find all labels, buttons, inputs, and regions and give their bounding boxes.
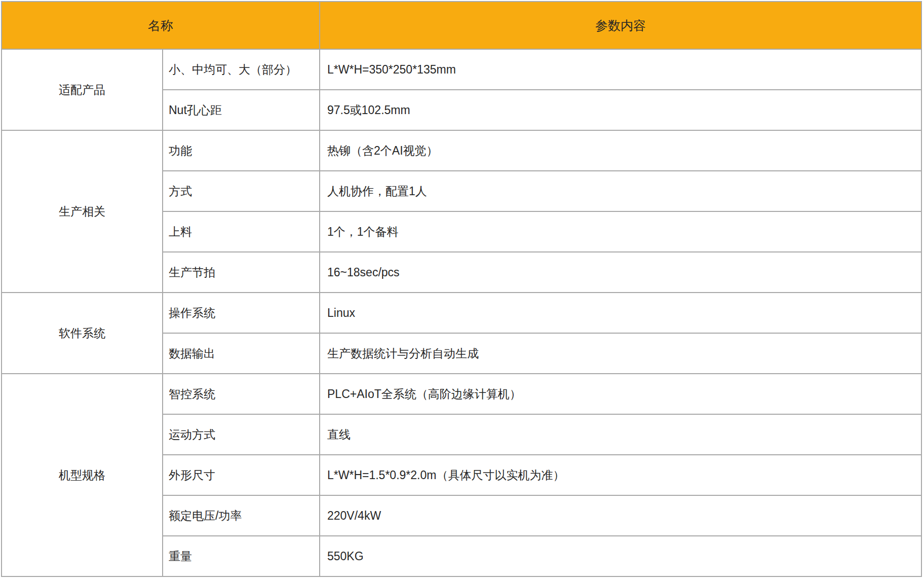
param-label-cell: 外形尺寸 — [163, 455, 320, 495]
param-value-cell: 人机协作，配置1人 — [320, 171, 921, 211]
group-cell: 生产相关 — [2, 130, 163, 293]
param-label-cell: 数据输出 — [163, 333, 320, 374]
group-cell: 软件系统 — [2, 293, 163, 374]
table-row: 机型规格 智控系统 PLC+AIoT全系统（高阶边缘计算机） — [2, 374, 921, 414]
group-cell: 适配产品 — [2, 49, 163, 130]
spec-table: 名称 参数内容 适配产品 小、中均可、大（部分） L*W*H=350*250*1… — [1, 1, 922, 577]
header-content-cell: 参数内容 — [320, 2, 921, 49]
param-label-cell: 重量 — [163, 536, 320, 576]
param-value-cell: 直线 — [320, 414, 921, 455]
param-value-cell: L*W*H=350*250*135mm — [320, 49, 921, 90]
param-label-cell: 操作系统 — [163, 293, 320, 333]
param-label-cell: 上料 — [163, 211, 320, 252]
table-header-row: 名称 参数内容 — [2, 2, 921, 49]
table-row: 适配产品 小、中均可、大（部分） L*W*H=350*250*135mm — [2, 49, 921, 90]
param-value-cell: 97.5或102.5mm — [320, 90, 921, 130]
param-value-cell: Linux — [320, 293, 921, 333]
param-value-cell: 16~18sec/pcs — [320, 252, 921, 293]
param-value-cell: 1个，1个备料 — [320, 211, 921, 252]
param-label-cell: 方式 — [163, 171, 320, 211]
table-row: 生产相关 功能 热铆（含2个AI视觉） — [2, 130, 921, 171]
param-label-cell: 功能 — [163, 130, 320, 171]
param-value-cell: 生产数据统计与分析自动生成 — [320, 333, 921, 374]
param-value-cell: PLC+AIoT全系统（高阶边缘计算机） — [320, 374, 921, 414]
param-value-cell: 550KG — [320, 536, 921, 576]
param-label-cell: 额定电压/功率 — [163, 495, 320, 536]
param-label-cell: Nut孔心距 — [163, 90, 320, 130]
page-background: 名称 参数内容 适配产品 小、中均可、大（部分） L*W*H=350*250*1… — [0, 0, 924, 579]
table-row: 软件系统 操作系统 Linux — [2, 293, 921, 333]
param-label-cell: 生产节拍 — [163, 252, 320, 293]
param-value-cell: 220V/4kW — [320, 495, 921, 536]
param-label-cell: 运动方式 — [163, 414, 320, 455]
param-value-cell: 热铆（含2个AI视觉） — [320, 130, 921, 171]
param-label-cell: 小、中均可、大（部分） — [163, 49, 320, 90]
param-value-cell: L*W*H=1.5*0.9*2.0m（具体尺寸以实机为准） — [320, 455, 921, 495]
group-cell: 机型规格 — [2, 374, 163, 576]
header-name-cell: 名称 — [2, 2, 320, 49]
param-label-cell: 智控系统 — [163, 374, 320, 414]
